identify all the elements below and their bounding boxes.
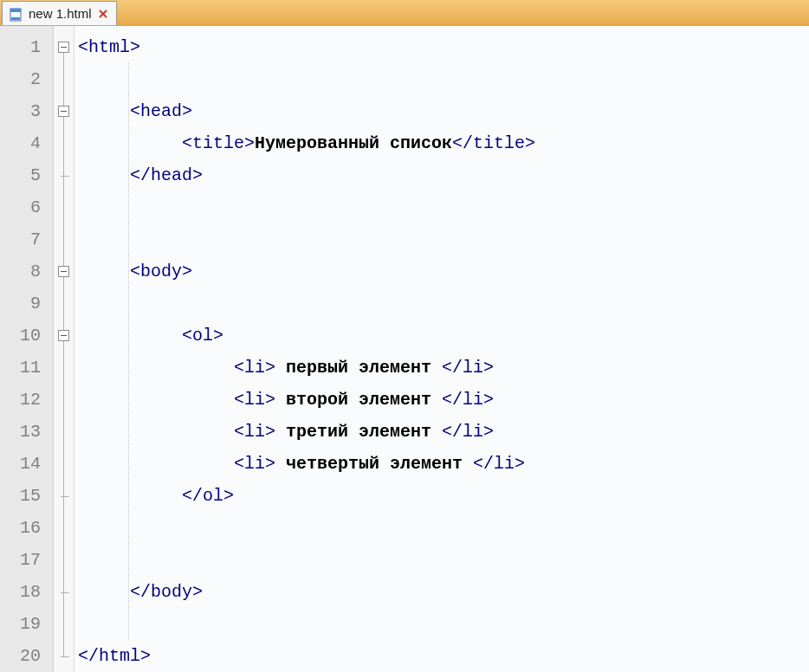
html-tag: <ol> [182, 326, 223, 346]
line-number: 6 [0, 191, 53, 223]
html-tag: <li> [234, 358, 275, 378]
code-line: <li> третий элемент </li> [78, 416, 809, 448]
html-tag: </title> [452, 133, 535, 153]
code-line: <head> [78, 95, 809, 127]
fold-toggle[interactable] [58, 106, 69, 117]
line-number: 13 [0, 416, 53, 448]
fold-end-marker [61, 176, 69, 177]
tab-bar: new 1.html [0, 0, 809, 26]
html-tag: </head> [130, 165, 203, 185]
line-number: 10 [0, 320, 53, 352]
code-line: <ol> [78, 320, 809, 352]
code-line: <li> четвертый элемент </li> [78, 448, 809, 480]
html-tag: </body> [130, 582, 203, 602]
code-line [78, 191, 809, 223]
html-tag: </li> [442, 422, 494, 442]
line-number: 3 [0, 95, 53, 127]
line-number: 16 [0, 512, 53, 544]
line-number: 9 [0, 288, 53, 320]
editor: 1 2 3 4 5 6 7 8 9 10 11 12 13 14 15 16 1… [0, 26, 809, 672]
line-number: 7 [0, 223, 53, 255]
svg-rect-2 [11, 17, 20, 20]
code-line: <title>Нумерованный список</title> [78, 127, 809, 159]
text-content: второй элемент [275, 390, 442, 410]
line-number-gutter: 1 2 3 4 5 6 7 8 9 10 11 12 13 14 15 16 1… [0, 26, 54, 672]
fold-end-marker [61, 656, 69, 657]
code-line: </body> [78, 576, 809, 608]
line-number: 1 [0, 31, 53, 63]
html-tag: </li> [442, 358, 494, 378]
line-number: 5 [0, 159, 53, 191]
code-line [78, 288, 809, 320]
html-tag: </li> [473, 454, 525, 474]
text-content: первый элемент [275, 358, 442, 378]
text-content: Нумерованный список [255, 133, 452, 153]
code-line: <li> второй элемент </li> [78, 384, 809, 416]
html-tag: <li> [234, 422, 275, 442]
code-line [78, 512, 809, 544]
fold-guide [63, 42, 64, 656]
line-number: 14 [0, 448, 53, 480]
html-tag: <head> [130, 101, 192, 121]
line-number: 12 [0, 384, 53, 416]
fold-toggle[interactable] [58, 42, 69, 53]
line-number: 20 [0, 640, 53, 672]
file-tab[interactable]: new 1.html [2, 1, 117, 25]
fold-end-marker [61, 496, 69, 497]
html-tag: <title> [182, 133, 255, 153]
line-number: 8 [0, 255, 53, 288]
code-line: <html> [78, 31, 809, 63]
text-content: четвертый элемент [275, 454, 473, 474]
code-line: </head> [78, 159, 809, 191]
line-number: 17 [0, 544, 53, 576]
tab-title: new 1.html [29, 6, 92, 21]
html-tag: </ol> [182, 486, 234, 506]
line-number: 4 [0, 127, 53, 159]
html-tag: <li> [234, 390, 275, 410]
code-line: <body> [78, 255, 809, 288]
code-line [78, 223, 809, 255]
line-number: 18 [0, 576, 53, 608]
fold-end-marker [61, 592, 69, 593]
line-number: 2 [0, 63, 53, 95]
code-area[interactable]: <html> <head> <title>Нумерованный список… [74, 26, 809, 672]
file-icon [10, 7, 23, 21]
svg-rect-1 [10, 9, 21, 12]
code-line: </ol> [78, 480, 809, 512]
html-tag: <html> [78, 37, 140, 57]
html-tag: <body> [130, 262, 192, 281]
html-tag: </li> [442, 390, 494, 410]
code-line: <li> первый элемент </li> [78, 352, 809, 384]
html-tag: </html> [78, 646, 151, 666]
code-line [78, 608, 809, 640]
fold-toggle[interactable] [58, 330, 69, 341]
code-line [78, 544, 809, 576]
line-number: 15 [0, 480, 53, 512]
line-number: 11 [0, 352, 53, 384]
html-tag: <li> [234, 454, 275, 474]
close-icon[interactable] [97, 8, 109, 20]
code-line [78, 63, 809, 95]
fold-column [54, 26, 74, 672]
fold-toggle[interactable] [58, 266, 69, 277]
code-line: </html> [78, 640, 809, 672]
text-content: третий элемент [275, 422, 442, 442]
line-number: 19 [0, 608, 53, 640]
